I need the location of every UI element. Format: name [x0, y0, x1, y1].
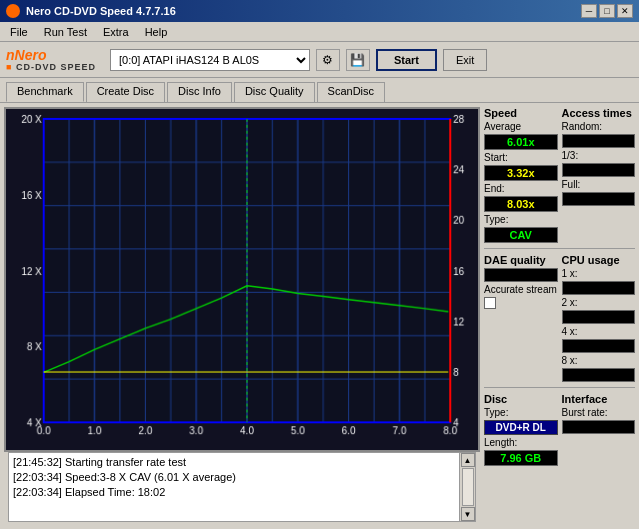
start-button[interactable]: Start: [376, 49, 437, 71]
dae-title: DAE quality: [484, 254, 558, 266]
random-value: [562, 134, 636, 148]
dae-value: [484, 268, 558, 282]
tab-benchmark[interactable]: Benchmark: [6, 82, 84, 102]
app-title: Nero CD-DVD Speed 4.7.7.16: [26, 5, 176, 17]
third-value: [562, 163, 636, 177]
x4-label: 4 x:: [562, 326, 636, 337]
speed-section: Speed Average 6.01x Start: 3.32x End: 8.…: [484, 107, 558, 243]
x1-value: [562, 281, 636, 295]
third-label: 1/3:: [562, 150, 636, 161]
log-line-3: [22:03:34] Elapsed Time: 18:02: [13, 485, 455, 500]
x2-label: 2 x:: [562, 297, 636, 308]
burst-label: Burst rate:: [562, 407, 636, 418]
tab-disc-quality[interactable]: Disc Quality: [234, 82, 315, 102]
type-label: Type:: [484, 214, 558, 225]
cpu-section: CPU usage 1 x: 2 x: 4 x: 8 x:: [562, 254, 636, 382]
menu-run-test[interactable]: Run Test: [38, 25, 93, 39]
log-line-1: [21:45:32] Starting transfer rate test: [13, 455, 455, 470]
menu-help[interactable]: Help: [139, 25, 174, 39]
nero-icon: [6, 4, 20, 18]
x1-label: 1 x:: [562, 268, 636, 279]
toolbar: nNero ■ CD-DVD SPEED [0:0] ATAPI iHAS124…: [0, 42, 639, 78]
accurate-stream-row: [484, 297, 558, 309]
chart-area: [21:45:32] Starting transfer rate test […: [0, 103, 484, 529]
x8-label: 8 x:: [562, 355, 636, 366]
access-times-section: Access times Random: 1/3: Full:: [562, 107, 636, 243]
log-area: [21:45:32] Starting transfer rate test […: [8, 452, 476, 522]
start-value: 3.32x: [484, 165, 558, 181]
disc-interface-row: Disc Type: DVD+R DL Length: 7.96 GB Inte…: [484, 393, 635, 466]
random-label: Random:: [562, 121, 636, 132]
divider-2: [484, 387, 635, 388]
nero-logo-top: nNero: [6, 48, 46, 62]
right-panel: Speed Average 6.01x Start: 3.32x End: 8.…: [484, 103, 639, 529]
length-label: Length:: [484, 437, 558, 448]
nero-logo: nNero ■ CD-DVD SPEED: [6, 48, 96, 72]
disc-type-label: Type:: [484, 407, 558, 418]
x2-value: [562, 310, 636, 324]
avg-value: 6.01x: [484, 134, 558, 150]
end-value: 8.03x: [484, 196, 558, 212]
divider-1: [484, 248, 635, 249]
disc-section: Disc Type: DVD+R DL Length: 7.96 GB: [484, 393, 558, 466]
x8-value: [562, 368, 636, 382]
log-line-2: [22:03:34] Speed:3-8 X CAV (6.01 X avera…: [13, 470, 455, 485]
full-value: [562, 192, 636, 206]
benchmark-chart: [6, 109, 478, 450]
menu-bar: File Run Test Extra Help: [0, 22, 639, 42]
exit-button[interactable]: Exit: [443, 49, 487, 71]
avg-label: Average: [484, 121, 558, 132]
disc-title: Disc: [484, 393, 558, 405]
tab-create-disc[interactable]: Create Disc: [86, 82, 165, 102]
save-button[interactable]: 💾: [346, 49, 370, 71]
title-bar: Nero CD-DVD Speed 4.7.7.16 ─ □ ✕: [0, 0, 639, 22]
main-content: [21:45:32] Starting transfer rate test […: [0, 103, 639, 529]
log-scroll-track: [462, 468, 474, 506]
x4-value: [562, 339, 636, 353]
tab-scan-disc[interactable]: ScanDisc: [317, 82, 385, 102]
interface-section: Interface Burst rate:: [562, 393, 636, 466]
maximize-button[interactable]: □: [599, 4, 615, 18]
start-label: Start:: [484, 152, 558, 163]
accurate-stream-checkbox[interactable]: [484, 297, 496, 309]
close-button[interactable]: ✕: [617, 4, 633, 18]
length-value: 7.96 GB: [484, 450, 558, 466]
log-content: [21:45:32] Starting transfer rate test […: [9, 453, 459, 521]
access-times-title: Access times: [562, 107, 636, 119]
menu-extra[interactable]: Extra: [97, 25, 135, 39]
log-scrollbar[interactable]: ▲ ▼: [459, 453, 475, 521]
log-scroll-down[interactable]: ▼: [461, 507, 475, 521]
burst-value: [562, 420, 636, 434]
accurate-stream-label: Accurate stream: [484, 284, 558, 295]
full-label: Full:: [562, 179, 636, 190]
dae-section: DAE quality Accurate stream: [484, 254, 558, 382]
drive-selector[interactable]: [0:0] ATAPI iHAS124 B AL0S: [110, 49, 310, 71]
chart-container: [4, 107, 480, 452]
type-value: CAV: [484, 227, 558, 243]
nero-logo-bottom: ■ CD-DVD SPEED: [6, 62, 96, 72]
title-controls: ─ □ ✕: [581, 4, 633, 18]
disc-type-value: DVD+R DL: [484, 420, 558, 435]
tab-disc-info[interactable]: Disc Info: [167, 82, 232, 102]
properties-button[interactable]: ⚙: [316, 49, 340, 71]
menu-file[interactable]: File: [4, 25, 34, 39]
log-scroll-up[interactable]: ▲: [461, 453, 475, 467]
speed-access-row: Speed Average 6.01x Start: 3.32x End: 8.…: [484, 107, 635, 243]
tabs: Benchmark Create Disc Disc Info Disc Qua…: [0, 78, 639, 103]
end-label: End:: [484, 183, 558, 194]
minimize-button[interactable]: ─: [581, 4, 597, 18]
cpu-title: CPU usage: [562, 254, 636, 266]
title-bar-left: Nero CD-DVD Speed 4.7.7.16: [6, 4, 176, 18]
interface-title: Interface: [562, 393, 636, 405]
speed-title: Speed: [484, 107, 558, 119]
dae-cpu-row: DAE quality Accurate stream CPU usage 1 …: [484, 254, 635, 382]
